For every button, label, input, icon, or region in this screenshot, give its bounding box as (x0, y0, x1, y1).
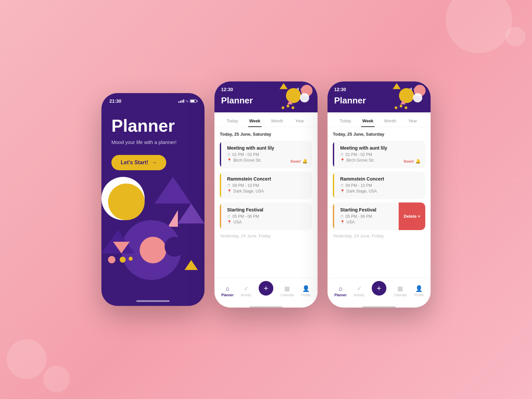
event-name-3-2: Rammstein Concert (340, 176, 421, 182)
event-accent-2 (220, 172, 221, 199)
event-soon-3-1: Soon! 🔔 (404, 159, 421, 164)
triangle-pink (168, 210, 178, 227)
event-card-3-2: Rammstein Concert ⏱ 09 PM - 10 PM 📍 Dark… (333, 172, 425, 199)
bn-plus-3[interactable]: + (372, 281, 386, 296)
bell-icon-1: 🔔 (302, 159, 308, 164)
profile-icon-2: 👤 (302, 285, 310, 292)
tab-year-2[interactable]: Year (289, 116, 311, 127)
hd-dot-3 (282, 106, 284, 109)
calendar-icon-3: ▦ (397, 285, 403, 292)
bn-profile-label-3: Profile (414, 293, 424, 297)
bg-circle-2 (7, 339, 47, 379)
tab-today-2[interactable]: Today (221, 116, 244, 127)
location-icon-3-1: 📍 (340, 158, 345, 163)
splash-title: Planner (111, 116, 195, 135)
tab-month-2[interactable]: Month (266, 116, 289, 127)
event-location-3: USA (233, 220, 242, 224)
nav-tabs-3: Today Week Month Year (328, 112, 431, 127)
event-loc-meta-3-2: 📍 Dark Stage, USA (340, 189, 421, 194)
bn-planner-2[interactable]: ⌂ Planner (221, 285, 234, 297)
phone-2-header: 12:30 ∿ Planner (214, 81, 318, 112)
hd-dot-2 (292, 106, 294, 109)
phone-splash: 21:30 ∿ Planner Mood your life with a pl… (101, 93, 204, 306)
time-icon-3-3: ⏱ (340, 214, 344, 218)
tab-week-3[interactable]: Week (357, 116, 379, 127)
bn-calendar-label-3: Calendar (393, 293, 407, 297)
phone-3-header: 12:30 ∿ Planner (328, 81, 431, 112)
event-time-3: 05 PM - 06 PM (232, 214, 259, 219)
triangle-pink-bottom (113, 242, 130, 253)
home-icon-3: ⌂ (339, 285, 342, 292)
signal-icon-1 (178, 99, 184, 103)
triangle-yellow (185, 260, 198, 270)
hd-triangle-3 (393, 83, 401, 89)
bn-activity-2[interactable]: ✓ Activity (241, 285, 251, 297)
tab-today-3[interactable]: Today (334, 116, 357, 127)
phone-planner: 12:30 ∿ Planner (214, 81, 318, 308)
location-icon-3-2: 📍 (340, 189, 345, 194)
bn-planner-label-3: Planner (334, 293, 347, 297)
bn-planner-3[interactable]: ⌂ Planner (334, 285, 347, 297)
event-time-1: 01 PM - 02 PM (232, 152, 259, 157)
event-loc-meta-3-3: 📍 USA (340, 220, 395, 224)
bn-plus-2[interactable]: + (259, 281, 273, 296)
hd-triangle-4 (400, 100, 406, 104)
date-label-2: Today, 25 June, Saturday (220, 132, 312, 137)
bn-profile-3[interactable]: 👤 Profile (414, 285, 424, 297)
events-area-3: Today, 25 June, Saturday Meeting with au… (328, 127, 431, 278)
pink-dot-bottom (108, 256, 115, 263)
bn-activity-3[interactable]: ✓ Activity (354, 285, 364, 297)
event-time-2: 09 PM - 10 PM (232, 183, 259, 188)
bell-icon-3-1: 🔔 (415, 159, 421, 164)
event-loc-meta-3: 📍 USA (227, 220, 308, 224)
location-icon-1: 📍 (227, 158, 232, 163)
delete-button-3[interactable]: Delete × (399, 202, 425, 230)
status-time-1: 21:30 (109, 98, 121, 104)
hd-dot-3-1 (400, 105, 402, 107)
hd-dot-3-2 (405, 106, 407, 109)
event-time-meta-3-2: ⏱ 09 PM - 10 PM (340, 183, 421, 188)
event-time-3-3: 05 PM - 06 PM (345, 214, 372, 219)
hd-white-circle-3 (413, 93, 422, 102)
events-area-2: Today, 25 June, Saturday Meeting with au… (214, 127, 318, 278)
time-icon-3-2: ⏱ (340, 184, 344, 188)
phone-2-inner: 12:30 ∿ Planner (214, 81, 318, 308)
time-icon-3: ⏱ (227, 214, 231, 218)
yesterday-label-2: Yesterday, 24 June, Friday (220, 233, 312, 238)
home-icon-2: ⌂ (226, 285, 229, 292)
home-indicator-3 (362, 306, 396, 308)
event-loc-meta-2: 📍 Dark Stage, USA (227, 189, 308, 194)
tab-year-3[interactable]: Year (402, 116, 424, 127)
header-deco-3 (391, 81, 431, 112)
event-card-3-1: Meeting with aunt lily ⏱ 01 PM - 02 PM 📍… (333, 141, 425, 168)
bottom-nav-3: ⌂ Planner ✓ Activity + ▦ Calendar 👤 Prof… (328, 278, 431, 305)
event-name-3: Starting Festival (227, 207, 308, 212)
event-accent-3 (220, 202, 221, 230)
time-icon-3-1: ⏱ (340, 153, 344, 157)
event-time-meta-3: ⏱ 05 PM - 06 PM (227, 214, 308, 219)
header-deco-2 (278, 81, 318, 112)
bn-activity-label-3: Activity (354, 293, 364, 297)
hd-dot-3-3 (395, 106, 397, 109)
tab-month-3[interactable]: Month (379, 116, 402, 127)
event-location-2: Dark Stage, USA (233, 189, 264, 194)
activity-icon-2: ✓ (244, 285, 249, 292)
event-accent-3-3 (333, 202, 334, 230)
bn-profile-2[interactable]: 👤 Profile (301, 285, 311, 297)
triangle-purple-1 (155, 177, 191, 203)
status-bar-1: 21:30 ∿ (101, 93, 204, 106)
tab-week-2[interactable]: Week (244, 116, 266, 127)
location-icon-2: 📍 (227, 189, 232, 194)
event-location-3-3: USA (346, 220, 355, 224)
bn-calendar-3[interactable]: ▦ Calendar (393, 285, 407, 297)
start-button[interactable]: Let's Start! → (111, 155, 166, 170)
event-accent-3-2 (333, 172, 334, 199)
event-name-1: Meeting with aunt lily (227, 145, 308, 151)
yellow-circle-shape (108, 184, 145, 220)
event-location-3-2: Dark Stage, USA (346, 189, 377, 194)
status-time-3: 12:30 (334, 87, 346, 92)
time-icon-1: ⏱ (227, 153, 231, 157)
triangle-purple-2 (178, 203, 204, 223)
bn-calendar-2[interactable]: ▦ Calendar (280, 285, 294, 297)
event-time-meta-3-1: ⏱ 01 PM - 02 PM (340, 152, 421, 157)
